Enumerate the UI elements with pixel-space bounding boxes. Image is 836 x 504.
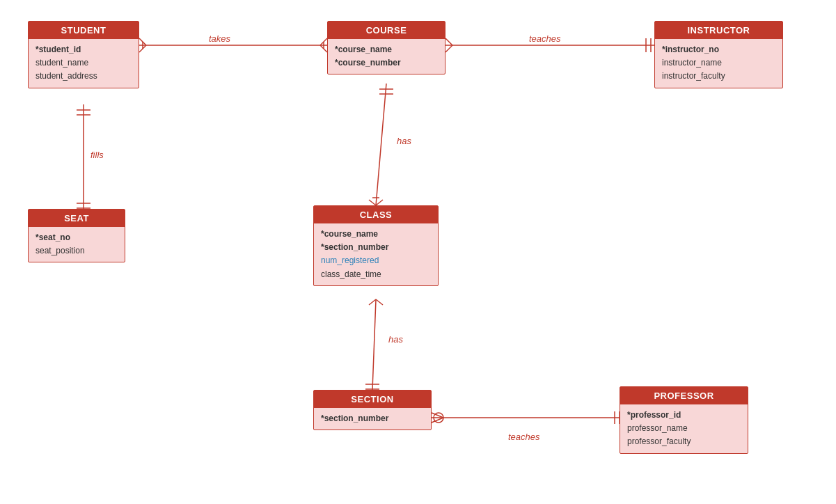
svg-line-25 <box>376 299 383 305</box>
svg-line-31 <box>432 418 443 423</box>
class-entity: CLASS *course_name *section_number num_r… <box>313 205 439 286</box>
student-field-1: *student_id <box>36 43 132 56</box>
professor-field-1: *professor_id <box>627 409 741 422</box>
svg-line-5 <box>320 45 327 52</box>
student-header: STUDENT <box>29 22 139 39</box>
teaches-professor-label: teaches <box>508 432 540 442</box>
svg-line-17 <box>376 84 386 205</box>
seat-field-2: seat_position <box>36 244 118 258</box>
course-field-1: *course_name <box>335 43 438 56</box>
seat-body: *seat_no seat_position <box>29 227 125 262</box>
course-header: COURSE <box>328 22 445 39</box>
svg-line-21 <box>376 200 383 205</box>
svg-line-9 <box>445 45 452 52</box>
has-section-label: has <box>388 334 403 345</box>
professor-field-2: professor_name <box>627 422 741 435</box>
svg-point-29 <box>434 413 443 423</box>
seat-field-1: *seat_no <box>36 231 118 244</box>
instructor-body: *instructor_no instructor_name instructo… <box>655 39 782 88</box>
section-body: *section_number <box>314 408 431 430</box>
seat-header: SEAT <box>29 210 125 227</box>
class-header: CLASS <box>314 206 438 223</box>
seat-entity: SEAT *seat_no seat_position <box>28 209 125 262</box>
course-field-2: *course_number <box>335 56 438 70</box>
course-entity: COURSE *course_name *course_number <box>327 21 445 74</box>
fills-label: fills <box>90 150 104 160</box>
professor-header: PROFESSOR <box>620 387 748 404</box>
class-field-1: *course_name <box>321 228 431 241</box>
er-diagram: takes teaches fills has has teaches STUD… <box>0 0 836 504</box>
svg-line-23 <box>372 299 376 390</box>
class-body: *course_name *section_number num_registe… <box>314 223 438 285</box>
section-field-1: *section_number <box>321 412 424 425</box>
instructor-header: INSTRUCTOR <box>655 22 782 39</box>
course-body: *course_name *course_number <box>328 39 445 74</box>
student-field-3: student_address <box>36 70 132 83</box>
svg-line-20 <box>369 200 376 205</box>
has-class-label: has <box>397 136 411 146</box>
section-entity: SECTION *section_number <box>313 390 432 430</box>
student-entity: STUDENT *student_id student_name student… <box>28 21 139 88</box>
professor-field-3: professor_faculty <box>627 435 741 448</box>
takes-label: takes <box>209 33 230 44</box>
svg-line-4 <box>320 38 327 45</box>
student-field-2: student_name <box>36 56 132 70</box>
svg-line-2 <box>139 45 146 52</box>
professor-entity: PROFESSOR *professor_id professor_name p… <box>620 386 748 454</box>
svg-line-24 <box>369 299 376 305</box>
class-field-3: num_registered <box>321 254 431 267</box>
teaches-instructor-label: teaches <box>529 33 561 44</box>
instructor-field-3: instructor_faculty <box>662 70 775 83</box>
class-field-2: *section_number <box>321 241 431 254</box>
professor-body: *professor_id professor_name professor_f… <box>620 404 748 453</box>
svg-line-1 <box>139 38 146 45</box>
class-field-4: class_date_time <box>321 268 431 281</box>
section-header: SECTION <box>314 391 431 408</box>
instructor-field-1: *instructor_no <box>662 43 775 56</box>
instructor-field-2: instructor_name <box>662 56 775 70</box>
svg-line-8 <box>445 38 452 45</box>
student-body: *student_id student_name student_address <box>29 39 139 88</box>
svg-line-30 <box>432 413 443 418</box>
instructor-entity: INSTRUCTOR *instructor_no instructor_nam… <box>654 21 783 88</box>
